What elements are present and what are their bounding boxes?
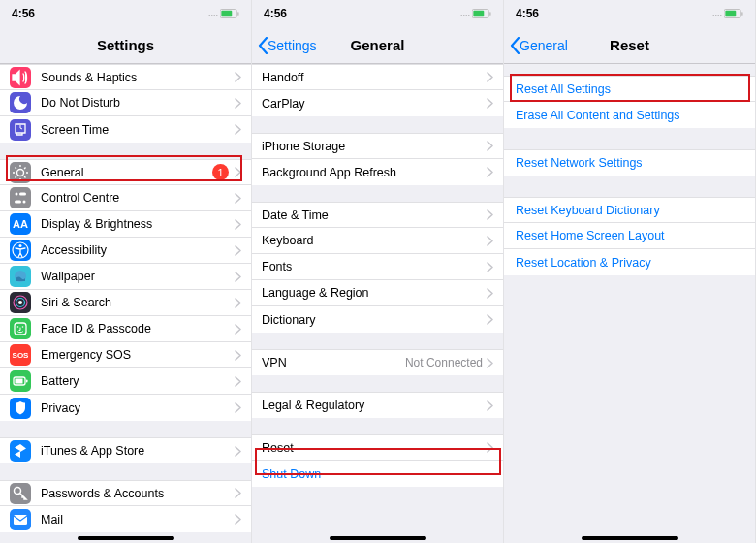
svg-rect-39 [14, 515, 27, 525]
row-controlcentre[interactable]: Control Centre [0, 185, 251, 211]
row-label: Keyboard [262, 234, 487, 247]
row-resethome[interactable]: Reset Home Screen Layout [504, 223, 755, 249]
status-time: 4:56 [516, 7, 539, 20]
home-indicator[interactable] [330, 536, 426, 540]
page-title: General [351, 37, 405, 53]
row-lang[interactable]: Language & Region [252, 280, 503, 306]
svg-rect-1 [221, 11, 232, 16]
row-label: Legal & Regulatory [262, 399, 487, 412]
badge: 1 [212, 164, 229, 180]
row-storage[interactable]: iPhone Storage [252, 133, 503, 159]
row-value: Not Connected [405, 356, 483, 369]
svg-rect-42 [489, 12, 490, 16]
row-label: Dictionary [262, 313, 487, 327]
row-carplay[interactable]: CarPlay [252, 90, 503, 116]
home-indicator[interactable] [78, 536, 174, 540]
row-datetime[interactable]: Date & Time [252, 202, 503, 228]
row-label: Fonts [262, 260, 487, 273]
svg-rect-5 [10, 119, 31, 141]
mail-icon [10, 509, 31, 530]
row-display[interactable]: AADisplay & Brightness [0, 211, 251, 238]
row-label: Erase All Content and Settings [516, 109, 745, 122]
row-vpn[interactable]: VPNNot Connected [252, 349, 503, 375]
row-refresh[interactable]: Background App Refresh [252, 159, 503, 185]
back-label: General [520, 38, 568, 53]
display-icon: AA [10, 213, 31, 235]
row-screentime[interactable]: Screen Time [0, 116, 251, 143]
row-label: Emergency SOS [41, 348, 235, 362]
home-indicator[interactable] [582, 536, 678, 540]
svg-rect-10 [19, 193, 26, 196]
svg-rect-45 [741, 12, 742, 16]
row-resetkey[interactable]: Reset Keyboard Dictionary [504, 197, 755, 223]
row-fonts[interactable]: Fonts [252, 254, 503, 280]
row-resetloc[interactable]: Reset Location & Privacy [504, 249, 755, 275]
back-button[interactable]: Settings [258, 37, 317, 54]
row-sos[interactable]: SOSEmergency SOS [0, 342, 251, 368]
svg-rect-32 [26, 380, 28, 383]
general-list[interactable]: HandoffCarPlayiPhone StorageBackground A… [252, 64, 503, 543]
svg-point-11 [23, 201, 26, 204]
row-resetnet[interactable]: Reset Network Settings [504, 149, 755, 176]
wallpaper-icon [10, 266, 31, 287]
battery-icon [10, 370, 31, 392]
row-label: iPhone Storage [262, 140, 487, 153]
row-battery[interactable]: Battery [0, 368, 251, 395]
accessibility-icon [10, 240, 31, 261]
row-label: Face ID & Passcode [41, 322, 235, 335]
svg-point-17 [19, 244, 22, 247]
status-bar: 4:56 .... [252, 0, 503, 27]
row-label: Language & Region [262, 286, 487, 300]
row-keyboard[interactable]: Keyboard [252, 228, 503, 254]
status-time: 4:56 [264, 7, 287, 20]
row-shutdown[interactable]: Shut Down [252, 461, 503, 487]
row-wallpaper[interactable]: Wallpaper [0, 264, 251, 290]
row-label: Do Not Disturb [41, 96, 235, 110]
passwords-icon [10, 483, 31, 504]
screentime-icon [10, 119, 31, 141]
row-resetall[interactable]: Reset All Settings [504, 76, 755, 102]
faceid-icon [10, 318, 31, 339]
row-label: Date & Time [262, 208, 487, 222]
row-dict[interactable]: Dictionary [252, 306, 503, 333]
row-eraseall[interactable]: Erase All Content and Settings [504, 102, 755, 128]
row-legal[interactable]: Legal & Regulatory [252, 392, 503, 418]
row-itunes[interactable]: iTunes & App Store [0, 437, 251, 463]
svg-text:AA: AA [13, 218, 28, 230]
settings-list[interactable]: Sounds & HapticsDo Not DisturbScreen Tim… [0, 64, 251, 543]
row-dnd[interactable]: Do Not Disturb [0, 90, 251, 116]
row-mail[interactable]: Mail [0, 506, 251, 532]
battery-icon: .... [208, 9, 239, 18]
svg-rect-41 [473, 11, 484, 16]
row-label: Shut Down [262, 467, 493, 481]
nav-header: General Reset [504, 27, 755, 64]
privacy-icon [10, 398, 31, 419]
row-sounds[interactable]: Sounds & Haptics [0, 64, 251, 90]
back-button[interactable]: General [510, 37, 568, 54]
row-label: Display & Brightness [41, 217, 235, 231]
row-general[interactable]: General1 [0, 159, 251, 185]
general-icon [10, 162, 31, 183]
row-reset[interactable]: Reset [252, 434, 503, 461]
svg-point-9 [16, 193, 18, 196]
reset-list[interactable]: Reset All SettingsErase All Content and … [504, 64, 755, 543]
row-label: iTunes & App Store [41, 444, 235, 458]
svg-point-23 [18, 301, 22, 304]
row-label: Siri & Search [41, 296, 235, 309]
row-passwords[interactable]: Passwords & Accounts [0, 480, 251, 506]
row-label: Reset Network Settings [516, 156, 745, 170]
row-label: Wallpaper [41, 270, 235, 283]
row-faceid[interactable]: Face ID & Passcode [0, 316, 251, 342]
row-label: Battery [41, 374, 235, 388]
nav-header: Settings General [252, 27, 503, 64]
row-label: Control Centre [41, 191, 235, 205]
row-siri[interactable]: Siri & Search [0, 290, 251, 316]
svg-rect-2 [237, 12, 238, 16]
row-privacy[interactable]: Privacy [0, 395, 251, 421]
row-accessibility[interactable]: Accessibility [0, 238, 251, 264]
svg-rect-8 [10, 187, 31, 208]
row-label: Reset Location & Privacy [516, 256, 745, 270]
sounds-icon [10, 67, 31, 88]
row-handoff[interactable]: Handoff [252, 64, 503, 90]
row-label: CarPlay [262, 97, 487, 111]
